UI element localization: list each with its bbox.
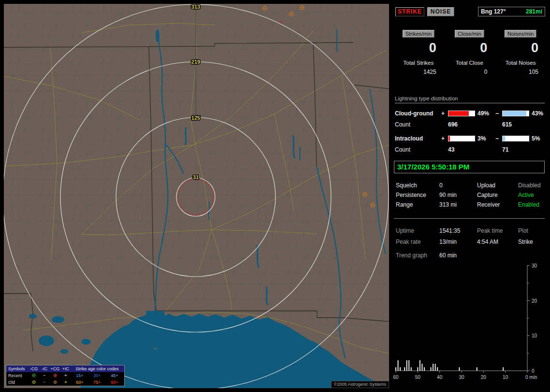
receiver-status: Enabled xyxy=(518,201,545,208)
settings-row: Persistence 90 min Capture Active xyxy=(396,190,545,200)
settings-section: Squelch 0 Upload Disabled Persistence 90… xyxy=(396,181,545,210)
uptime-label: Uptime xyxy=(396,227,439,234)
legend-recent-label: Recent xyxy=(6,372,29,379)
stats-row: Peak rate 13/min 4:54 AM Strike xyxy=(396,236,545,247)
ring-label-125: 125 xyxy=(191,115,200,121)
bearing-readout: Bng 127° 281mi xyxy=(478,7,545,16)
recent-pcg-icon: ⊕ xyxy=(50,372,60,379)
datetime-display: 3/17/2026 5:50:18 PM xyxy=(394,161,545,173)
lightning-map[interactable]: 313 219 125 31 Symbols -CG -IC +CG +IC S… xyxy=(4,4,389,388)
total-noises-label: Total Noises xyxy=(495,60,546,66)
svg-text:10: 10 xyxy=(532,333,537,338)
plot-value: Strike xyxy=(518,238,545,245)
cg-minus-count: 615 xyxy=(502,121,545,128)
peak-time-label: Peak time xyxy=(477,227,518,234)
age-45: 45+ xyxy=(106,372,123,379)
legend-row-old: Old ⊖ − ⊕ + 60+ 75+ 90+ xyxy=(6,379,124,386)
noises-column: Noises/min 0 Total Noises 105 xyxy=(495,30,546,75)
age-30: 30+ xyxy=(88,372,106,379)
count-label: Count xyxy=(395,121,441,128)
settings-row: Squelch 0 Upload Disabled xyxy=(396,181,545,190)
ic-plus-count: 43 xyxy=(448,146,495,153)
trend-graph-chart: 01020306050403020100 min xyxy=(393,261,546,387)
trend-graph-header: Trend graph 60 min xyxy=(396,251,457,260)
svg-text:30: 30 xyxy=(459,375,464,380)
noises-per-min-value: 0 xyxy=(495,40,546,56)
legend-old-label: Old xyxy=(6,379,29,386)
ring-label-219: 219 xyxy=(191,59,200,65)
ring-label-313: 313 xyxy=(191,4,200,10)
plot-label: Plot xyxy=(518,227,545,234)
legend-symbols-header: Symbols xyxy=(6,365,29,372)
peak-rate-label: Peak rate xyxy=(396,238,439,245)
legend-age-header: Strike age color codes xyxy=(71,365,123,372)
legend-header: Symbols -CG -IC +CG +IC Strike age color… xyxy=(6,365,124,372)
uptime-value: 1541:35 xyxy=(439,227,477,234)
age-75: 75+ xyxy=(88,379,106,386)
noise-mode-button[interactable]: NOISE xyxy=(427,7,454,16)
upload-status: Disabled xyxy=(518,182,545,189)
ring-label-31: 31 xyxy=(193,174,199,180)
strike-mode-button[interactable]: STRIKE xyxy=(395,7,424,16)
svg-text:60: 60 xyxy=(393,375,399,380)
minus-sign: − xyxy=(495,135,502,142)
noises-per-min-button[interactable]: Noises/min xyxy=(505,30,536,38)
status-panel: STRIKE NOISE Bng 127° 281mi Strikes/min … xyxy=(393,4,546,388)
cg-minus-pct: 43% xyxy=(529,110,545,117)
rate-columns: Strikes/min 0 Total Strikes 1425 Close/m… xyxy=(393,30,546,75)
svg-text:20: 20 xyxy=(532,298,537,304)
trend-graph-label: Trend graph xyxy=(396,252,439,259)
strikes-per-min-button[interactable]: Strikes/min xyxy=(403,30,434,38)
squelch-value: 0 xyxy=(439,182,477,189)
persistence-value: 90 min xyxy=(439,192,477,198)
bearing-value: Bng 127° xyxy=(481,8,506,15)
age-15: 15+ xyxy=(71,372,88,379)
close-column: Close/min 0 Total Close 0 xyxy=(444,30,495,75)
strikes-per-min-value: 0 xyxy=(393,40,444,56)
stats-row: Uptime 1541:35 Peak time Plot xyxy=(396,225,545,236)
intracloud-label: Intracloud xyxy=(395,135,441,142)
minus-sign: − xyxy=(495,110,502,117)
cg-plus-bar xyxy=(448,111,475,116)
svg-text:0: 0 xyxy=(532,368,535,374)
legend-col-nic: -IC xyxy=(39,365,50,372)
close-per-min-value: 0 xyxy=(444,40,495,56)
distribution-title: Lightning type distribution xyxy=(395,96,545,103)
ic-minus-pct: 5% xyxy=(529,135,545,142)
recent-nic-icon: − xyxy=(39,372,50,379)
plus-sign: + xyxy=(441,110,448,117)
age-60: 60+ xyxy=(71,379,88,386)
old-pic-icon: + xyxy=(60,379,71,386)
total-strikes-label: Total Strikes xyxy=(393,60,444,66)
bearing-range-value: 281mi xyxy=(526,8,542,15)
intracloud-row: Intracloud + 3% − 5% xyxy=(395,133,545,144)
close-per-min-button[interactable]: Close/min xyxy=(455,30,484,38)
peak-time-value: 4:54 AM xyxy=(477,238,518,245)
recent-ncg-icon: ⊖ xyxy=(29,372,39,379)
cg-plus-pct: 49% xyxy=(475,110,495,117)
legend-row-recent: Recent ⊖ − ⊕ + 15+ 30+ 45+ xyxy=(6,372,124,379)
map-canvas: 313 219 125 31 xyxy=(4,4,389,388)
copyright-notice: ©2005 Astrogenic Systems xyxy=(331,381,389,388)
ic-minus-bar xyxy=(502,136,529,141)
total-noises-value: 105 xyxy=(495,69,546,75)
intracloud-counts: Count 43 71 xyxy=(395,144,545,155)
legend-col-ncg: -CG xyxy=(29,365,39,372)
svg-text:30: 30 xyxy=(532,263,537,268)
cloud-ground-counts: Count 696 615 xyxy=(395,119,545,130)
lightning-distribution: Lightning type distribution Cloud-ground… xyxy=(395,96,545,158)
receiver-label: Receiver xyxy=(477,201,518,208)
recent-pic-icon: + xyxy=(60,372,71,379)
capture-status: Active xyxy=(518,192,545,198)
capture-label: Capture xyxy=(477,192,518,198)
range-value: 313 mi xyxy=(439,201,477,208)
total-strikes-value: 1425 xyxy=(393,69,444,75)
ic-plus-pct: 3% xyxy=(475,135,495,142)
strikes-column: Strikes/min 0 Total Strikes 1425 xyxy=(393,30,444,75)
map-legend: Symbols -CG -IC +CG +IC Strike age color… xyxy=(6,365,125,386)
svg-text:40: 40 xyxy=(437,375,443,380)
old-pcg-icon: ⊕ xyxy=(50,379,60,386)
range-label: Range xyxy=(396,201,439,208)
upload-label: Upload xyxy=(477,182,518,189)
old-nic-icon: − xyxy=(39,379,50,386)
